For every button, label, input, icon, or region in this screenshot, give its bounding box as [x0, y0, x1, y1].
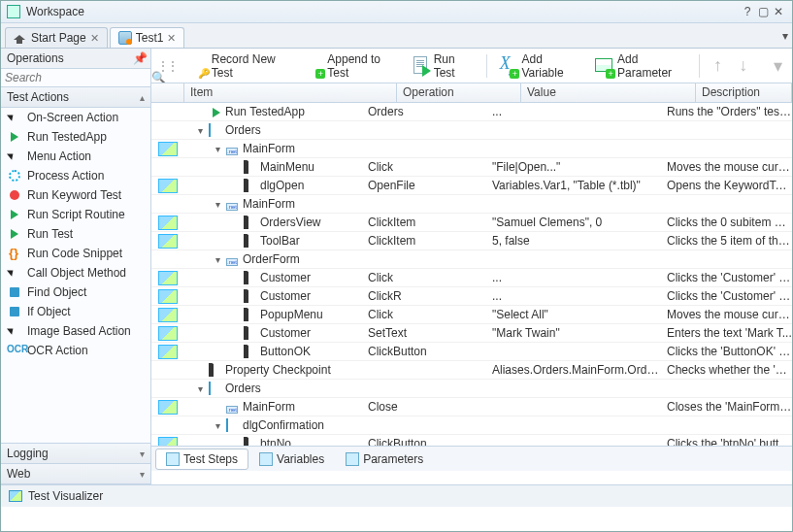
restore-icon[interactable]: ▢ — [755, 5, 771, 18]
screenshot-thumb-icon[interactable] — [158, 437, 178, 447]
description-cell: Enters the text 'Mark T... — [663, 326, 792, 340]
expand-toggle[interactable]: ▾ — [212, 199, 223, 210]
grid-row[interactable]: .netMainFormCloseCloses the 'MainForm' w… — [151, 398, 792, 416]
grid-row[interactable]: ▾Orders — [151, 380, 792, 398]
op-item-run-testedapp[interactable]: Run TestedApp — [1, 127, 150, 147]
grid-row[interactable]: ButtonOKClickButtonClicks the 'ButtonOK'… — [151, 343, 792, 361]
tab-start-page[interactable]: Start Page ✕ — [5, 27, 108, 48]
op-item-call-object-method[interactable]: Call Object Method — [1, 263, 150, 283]
tab-test1[interactable]: Test1 ✕ — [110, 27, 185, 48]
op-item-ocr-action[interactable]: OCROCR Action — [1, 341, 150, 360]
tabs-overflow-icon[interactable]: ▾ — [782, 29, 788, 43]
move-up-button[interactable]: ↑ — [710, 55, 725, 76]
document-tabs: Start Page ✕ Test1 ✕ ▾ — [1, 23, 792, 49]
grid-row[interactable]: CustomerClickR...Clicks the 'Customer' o… — [151, 287, 792, 306]
screenshot-thumb-icon[interactable] — [158, 234, 178, 249]
grid-row[interactable]: Run TestedAppOrders...Runs the "Orders" … — [151, 103, 792, 121]
tab-test-steps[interactable]: Test Steps — [155, 449, 248, 470]
op-item-process-action[interactable]: Process Action — [1, 166, 150, 185]
move-down-button[interactable]: ↓ — [736, 55, 751, 76]
screenshot-thumb-icon[interactable] — [158, 216, 178, 230]
section-web[interactable]: Web ▾ — [1, 464, 150, 484]
add-parameter-button[interactable]: + Add Parameter — [592, 50, 689, 82]
close-icon[interactable]: ✕ — [771, 5, 786, 18]
grid-row[interactable]: ToolBarClickItem5, falseClicks the 5 ite… — [151, 232, 792, 250]
item-cell: Run TestedApp — [184, 105, 364, 118]
grid-row[interactable]: CustomerClick...Clicks the 'Customer' ob… — [151, 269, 792, 287]
op-item-run-script-routine[interactable]: Run Script Routine — [1, 205, 150, 224]
button-label: Run Test — [434, 52, 475, 80]
add-variable-button[interactable]: Xa+ Add Variable — [497, 50, 583, 82]
op-item-menu-action[interactable]: Menu Action — [1, 147, 150, 166]
item-label: MainForm — [243, 142, 295, 155]
grid-row[interactable]: ▾dlgConfirmation — [151, 416, 792, 435]
grid-row[interactable]: OrdersViewClickItem"Samuel Clemens", 0Cl… — [151, 214, 792, 232]
blue-icon — [7, 305, 22, 318]
tab-variables[interactable]: Variables — [248, 449, 335, 470]
visualizer-bar[interactable]: Test Visualizer — [1, 484, 792, 507]
grid-row[interactable]: ▾Orders — [151, 121, 792, 140]
operations-panel: Operations 📌 🔍 Test Actions ▴ On-Screen … — [1, 49, 151, 484]
col-item[interactable]: Item — [184, 83, 397, 102]
grid-row[interactable]: dlgOpenOpenFileVariables.Var1, "Table (*… — [151, 177, 792, 195]
description-cell: Checks whether the 'wI... — [663, 363, 792, 377]
section-test-actions[interactable]: Test Actions ▴ — [1, 87, 150, 108]
thumbnail-cell — [151, 437, 184, 447]
grid-row[interactable]: MainMenuClick"File|Open..."Moves the mou… — [151, 158, 792, 177]
screenshot-thumb-icon[interactable] — [158, 308, 178, 322]
grid-row[interactable]: ▾.netMainForm — [151, 140, 792, 158]
drag-handle-icon[interactable]: ⋮⋮ — [157, 59, 177, 73]
grid-row[interactable]: btnNoClickButtonClicks the 'btnNo' butto… — [151, 435, 792, 446]
record-new-test-button[interactable]: 🔑 Record New Test — [186, 50, 293, 82]
screenshot-thumb-icon[interactable] — [158, 400, 178, 415]
toolbar-overflow-icon[interactable]: ▾ — [771, 55, 786, 77]
item-cell: Customer — [184, 289, 364, 303]
grid-row[interactable]: ▾.netOrderForm — [151, 250, 792, 269]
op-item-image-based-action[interactable]: Image Based Action — [1, 321, 150, 341]
button-label: Append to Test — [327, 52, 397, 80]
search-input[interactable] — [5, 71, 151, 84]
expand-toggle[interactable]: ▾ — [194, 383, 206, 394]
window-titlebar: Workspace ? ▢ ✕ — [1, 1, 792, 23]
grid-row[interactable]: Property CheckpointAliases.Orders.MainFo… — [151, 361, 792, 380]
run-test-button[interactable]: Run Test — [409, 50, 477, 82]
col-value[interactable]: Value — [521, 83, 696, 102]
expand-toggle[interactable]: ▾ — [212, 420, 223, 431]
expand-toggle[interactable]: ▾ — [212, 144, 223, 154]
section-label: Web — [7, 467, 30, 481]
panel-title: Operations — [7, 51, 133, 65]
tab-parameters[interactable]: Parameters — [335, 449, 434, 470]
chevron-up-icon: ▴ — [140, 92, 145, 103]
cur-icon — [244, 309, 257, 320]
screenshot-thumb-icon[interactable] — [158, 345, 178, 359]
tab-close-icon[interactable]: ✕ — [90, 32, 99, 45]
cur-icon — [244, 216, 257, 228]
grid-row[interactable]: ▾.netMainForm — [151, 195, 792, 214]
section-logging[interactable]: Logging ▾ — [1, 444, 150, 464]
screenshot-thumb-icon[interactable] — [158, 271, 178, 285]
grid-row[interactable]: CustomerSetText"Mark Twain"Enters the te… — [151, 324, 792, 343]
grid-row[interactable]: PopupMenuClick"Select All"Moves the mous… — [151, 306, 792, 324]
pin-icon[interactable]: 📌 — [133, 51, 145, 65]
op-item-on-screen-action[interactable]: On-Screen Action — [1, 108, 150, 127]
op-item-run-test[interactable]: Run Test — [1, 224, 150, 244]
keyword-test-icon — [118, 31, 132, 45]
screenshot-thumb-icon[interactable] — [158, 179, 178, 193]
expand-toggle[interactable]: ▾ — [212, 254, 223, 265]
screenshot-thumb-icon[interactable] — [158, 289, 178, 304]
screenshot-thumb-icon[interactable] — [158, 326, 178, 341]
op-item-run-keyword-test[interactable]: Run Keyword Test — [1, 185, 150, 205]
op-label: Run Test — [27, 227, 73, 241]
help-icon[interactable]: ? — [740, 5, 755, 18]
cur-icon — [244, 327, 257, 339]
expand-toggle[interactable]: ▾ — [194, 125, 206, 136]
op-item-run-code-snippet[interactable]: {}Run Code Snippet — [1, 244, 150, 263]
screenshot-thumb-icon[interactable] — [158, 142, 178, 156]
op-item-find-object[interactable]: Find Object — [1, 283, 150, 302]
col-operation[interactable]: Operation — [397, 83, 521, 102]
item-cell: ToolBar — [184, 234, 364, 248]
op-item-if-object[interactable]: If Object — [1, 302, 150, 321]
append-to-test-button[interactable]: + Append to Test — [303, 50, 399, 82]
tab-close-icon[interactable]: ✕ — [167, 32, 176, 45]
col-description[interactable]: Description — [696, 83, 792, 102]
